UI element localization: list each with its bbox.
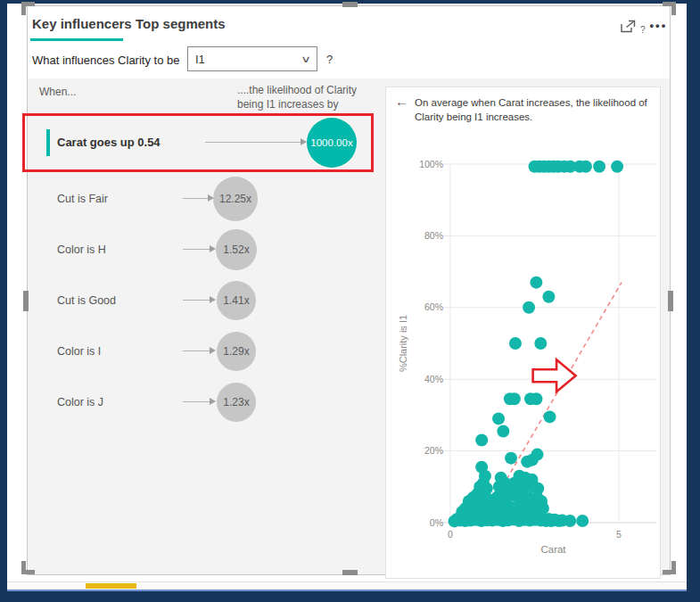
scatter-points	[449, 161, 624, 528]
data-point[interactable]	[530, 392, 542, 405]
chevron-down-icon: ∨	[301, 54, 311, 65]
data-point[interactable]	[564, 515, 576, 527]
x-tick-label: 5	[616, 529, 622, 540]
data-point[interactable]	[497, 425, 509, 437]
more-options-icon[interactable]: •••	[650, 21, 668, 30]
data-point[interactable]	[475, 434, 488, 447]
influence-arrow-line	[183, 300, 211, 301]
influence-value-dropdown[interactable]: I1 ∨	[187, 46, 317, 71]
help-icon[interactable]: ?	[640, 25, 646, 35]
x-axis-label: Carat	[540, 544, 566, 555]
influencer-row-label[interactable]: Cut is Fair	[57, 193, 108, 205]
tab-key-influencers[interactable]: Key influencers	[32, 16, 132, 31]
influence-arrow-head	[210, 347, 216, 354]
dropdown-value: I1	[195, 53, 205, 66]
scatter-chart: 0%20%40%60%80%100%05Carat%Clarity is I1	[386, 87, 662, 580]
influencer-row-label[interactable]: Cut is Good	[57, 294, 116, 307]
data-point[interactable]	[509, 337, 522, 350]
active-tab-underline	[30, 38, 123, 41]
y-tick-label: 40%	[424, 374, 443, 384]
influencer-row-label[interactable]: Color is J	[57, 396, 103, 408]
resize-handle-bottom-right[interactable]	[663, 561, 676, 574]
influence-arrow-line	[183, 350, 211, 351]
y-tick-label: 100%	[419, 159, 443, 169]
data-point[interactable]	[611, 161, 623, 173]
data-point[interactable]	[492, 412, 505, 425]
resize-handle-middle-right[interactable]	[668, 291, 673, 311]
detail-card: ← On average when Carat increases, the l…	[385, 87, 661, 579]
data-point[interactable]	[576, 515, 589, 527]
y-tick-label: 60%	[424, 301, 443, 312]
influence-arrow-head	[210, 296, 216, 303]
influence-bubble[interactable]: 12.25x	[213, 177, 258, 221]
y-tick-label: 20%	[424, 445, 443, 456]
influence-arrow-line	[183, 249, 211, 250]
y-tick-label: 80%	[424, 230, 443, 241]
influence-arrow-head	[210, 398, 216, 405]
arrow-annotation	[533, 359, 576, 392]
influence-arrow-head	[210, 245, 216, 252]
column-header-likelihood: ....the likelihood of Clarity being I1 i…	[237, 83, 380, 111]
question-label: What influences Clarity to be	[32, 54, 179, 67]
resize-handle-bottom-middle[interactable]	[342, 570, 358, 575]
data-point[interactable]	[593, 161, 605, 173]
influencer-row-label[interactable]: Color is I	[57, 345, 101, 358]
influence-arrow-line	[183, 401, 211, 402]
visual-header-icons: ? •••	[621, 16, 671, 36]
data-point[interactable]	[542, 291, 555, 303]
resize-handle-top-right[interactable]	[663, 2, 676, 15]
data-point[interactable]	[508, 392, 521, 405]
influence-bubble[interactable]: 1.52x	[216, 229, 257, 270]
influence-bubble[interactable]: 1.23x	[217, 383, 256, 422]
horizontal-scrollbar-thumb[interactable]	[86, 583, 136, 589]
influence-bubble[interactable]: 1.29x	[217, 332, 256, 371]
data-point[interactable]	[531, 449, 544, 461]
data-point[interactable]	[580, 161, 592, 173]
data-point[interactable]	[534, 337, 547, 350]
bottom-accent-line	[7, 590, 687, 591]
data-point[interactable]	[523, 301, 535, 314]
focus-mode-icon[interactable]	[621, 20, 636, 33]
influence-arrow-line	[183, 198, 210, 199]
column-header-when: When...	[39, 86, 76, 98]
data-point[interactable]	[505, 452, 517, 465]
resize-handle-top-left[interactable]	[21, 2, 35, 15]
y-axis-label: %Clarity is I1	[398, 315, 408, 372]
data-point[interactable]	[530, 276, 542, 289]
x-tick-label: 0	[448, 529, 453, 540]
influencer-row-label[interactable]: Color is H	[57, 243, 106, 256]
resize-handle-bottom-left[interactable]	[21, 561, 35, 574]
influence-bubble[interactable]: 1.41x	[217, 281, 256, 320]
y-tick-label: 0%	[430, 517, 443, 528]
data-point[interactable]	[544, 410, 556, 423]
question-help-icon[interactable]: ?	[326, 53, 333, 66]
tab-top-segments[interactable]: Top segments	[136, 16, 226, 31]
resize-handle-middle-left[interactable]	[23, 291, 29, 311]
resize-handle-top-middle[interactable]	[342, 2, 358, 7]
highlight-annotation-box	[22, 113, 374, 172]
